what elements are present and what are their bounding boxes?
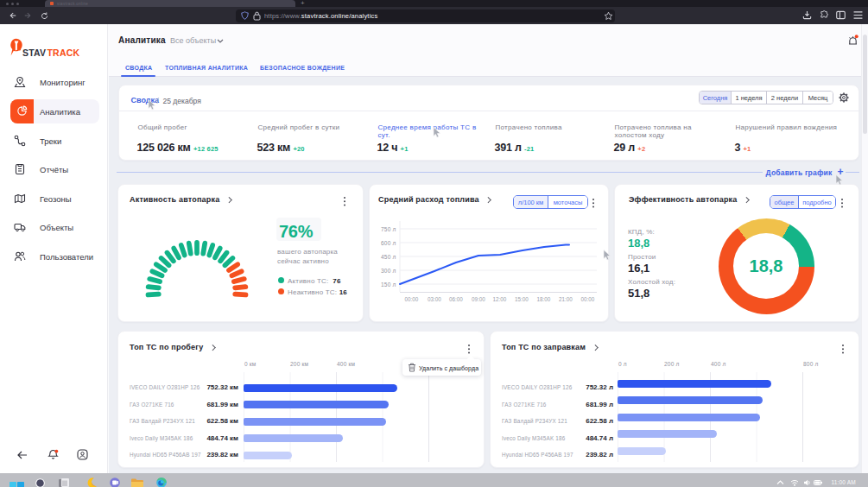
svg-text:STAV: STAV [22,47,46,58]
svg-text:TRACK: TRACK [48,47,80,58]
